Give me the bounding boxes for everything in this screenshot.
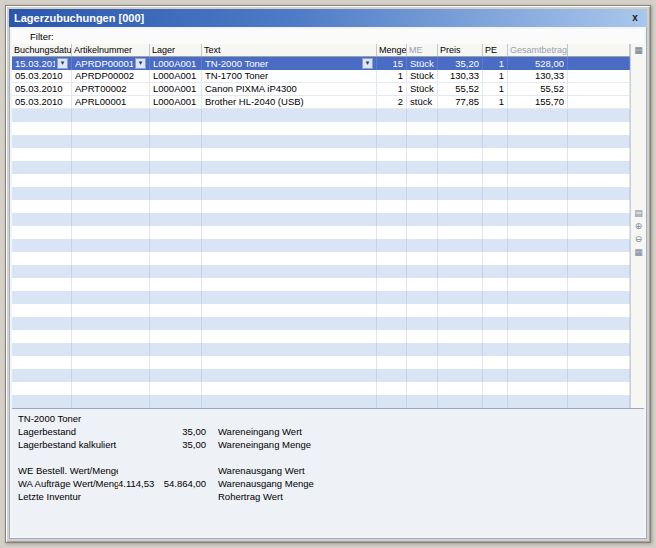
- column-header-lager[interactable]: Lager: [150, 44, 202, 56]
- cell-lager: L000A001: [153, 83, 198, 95]
- empty-row: [12, 382, 630, 395]
- summary-value-2: 54.864,00: [154, 477, 206, 490]
- summary-value-1: [118, 438, 154, 451]
- cell-gesamtbetrag: 130,33: [511, 70, 564, 82]
- summary-row: WA Aufträge Wert/Menge4.114,5354.864,00W…: [18, 477, 644, 490]
- stock-bookings-grid: BuchungsdatumArtikelnummerLagerTextMenge…: [12, 44, 646, 408]
- summary-label: WE Bestell. Wert/Menge: [18, 464, 118, 477]
- cell-me: Stück: [410, 58, 434, 70]
- cell-lager: L000A001: [153, 96, 198, 108]
- summary-row: [18, 451, 644, 464]
- cell-menge: 2: [380, 96, 403, 108]
- summary-gap: [206, 425, 218, 438]
- cell-pe: 1: [486, 70, 504, 82]
- summary-value-2: [154, 451, 206, 464]
- column-header-gesamtbetrag[interactable]: Gesamtbetrag: [508, 44, 568, 56]
- summary-rows: Lagerbestand35,00Wareneingang WertLagerb…: [18, 425, 644, 503]
- summary-value-2: [154, 490, 206, 503]
- cell-preis: 77,85: [441, 96, 479, 108]
- scrollbar-track[interactable]: ▦ ▤⊕⊖▦: [630, 44, 646, 408]
- column-header-me[interactable]: ME: [407, 44, 438, 56]
- empty-row: [12, 187, 630, 200]
- table-options-icon[interactable]: ▦: [634, 44, 643, 57]
- empty-row: [12, 161, 630, 174]
- grid-icon[interactable]: ▦: [632, 246, 646, 259]
- summary-row: WE Bestell. Wert/MengeWarenausgang Wert: [18, 464, 644, 477]
- table-row[interactable]: 05.03.2010APRDP00002L000A001TN-1700 Tone…: [12, 70, 630, 83]
- side-toolbar: ▤⊕⊖▦: [632, 207, 646, 259]
- cell-buchungsdatum: 05.03.2010: [15, 83, 68, 95]
- dropdown-arrow-icon[interactable]: ▼: [135, 58, 146, 69]
- table-row[interactable]: 15.03.2010▼APRDP00001▼L000A001TN-2000 To…: [12, 57, 630, 70]
- column-header-filler[interactable]: [568, 44, 630, 56]
- list-icon[interactable]: ▤: [632, 207, 646, 220]
- zoom-in-icon[interactable]: ⊕: [632, 220, 646, 233]
- cell-artikelnummer: APRT00002: [75, 83, 146, 95]
- empty-row: [12, 265, 630, 278]
- empty-row: [12, 317, 630, 330]
- zoom-out-icon[interactable]: ⊖: [632, 233, 646, 246]
- dropdown-arrow-icon[interactable]: ▼: [362, 58, 373, 69]
- cell-menge: 1: [380, 83, 403, 95]
- empty-row: [12, 122, 630, 135]
- table-row[interactable]: 05.03.2010APRL00001L000A001Brother HL-20…: [12, 96, 630, 109]
- table-row[interactable]: 05.03.2010APRT00002L000A001Canon PIXMA i…: [12, 83, 630, 96]
- cell-buchungsdatum: 15.03.2010: [15, 58, 55, 70]
- empty-row: [12, 109, 630, 122]
- summary-article-title: TN-2000 Toner: [18, 412, 644, 425]
- grid-body: 15.03.2010▼APRDP00001▼L000A001TN-2000 To…: [12, 57, 630, 408]
- dropdown-arrow-icon[interactable]: ▼: [57, 58, 68, 69]
- empty-row: [12, 395, 630, 408]
- empty-row: [12, 135, 630, 148]
- summary-right-label: Wareneingang Wert: [218, 425, 644, 438]
- summary-row: Lagerbestand35,00Wareneingang Wert: [18, 425, 644, 438]
- summary-value-1: [118, 490, 154, 503]
- column-header-pe[interactable]: PE: [483, 44, 508, 56]
- empty-row: [12, 148, 630, 161]
- cell-me: Stück: [410, 83, 434, 95]
- summary-gap: [206, 464, 218, 477]
- column-header-artikelnummer[interactable]: Artikelnummer: [72, 44, 150, 56]
- summary-row: Letzte InventurRohertrag Wert: [18, 490, 644, 503]
- empty-row: [12, 200, 630, 213]
- cell-pe: 1: [486, 83, 504, 95]
- summary-row: Lagerbestand kalkuliert35,00Wareneingang…: [18, 438, 644, 451]
- window-title: Lagerzubuchungen [000]: [14, 12, 628, 24]
- cell-preis: 130,33: [441, 70, 479, 82]
- cell-pe: 1: [486, 96, 504, 108]
- close-icon[interactable]: x: [628, 12, 642, 25]
- column-header-text[interactable]: Text: [202, 44, 377, 56]
- cell-text: TN-2000 Toner: [205, 58, 360, 70]
- summary-label: Lagerbestand kalkuliert: [18, 438, 118, 451]
- summary-value-1: 4.114,53: [118, 477, 154, 490]
- column-header-buchungsdatum[interactable]: Buchungsdatum: [12, 44, 72, 56]
- summary-label: WA Aufträge Wert/Menge: [18, 477, 118, 490]
- title-bar[interactable]: Lagerzubuchungen [000] x: [9, 9, 647, 27]
- cell-menge: 1: [380, 70, 403, 82]
- summary-gap: [206, 477, 218, 490]
- cell-preis: 55,52: [441, 83, 479, 95]
- column-header-preis[interactable]: Preis: [438, 44, 483, 56]
- cell-buchungsdatum: 05.03.2010: [15, 96, 68, 108]
- cell-gesamtbetrag: 155,70: [511, 96, 564, 108]
- cell-me: stück: [410, 96, 434, 108]
- column-header-menge[interactable]: Menge: [377, 44, 407, 56]
- filter-bar[interactable]: Filter:: [12, 29, 644, 44]
- filter-label: Filter:: [30, 31, 54, 42]
- summary-label: [18, 451, 118, 464]
- cell-artikelnummer: APRDP00001: [75, 58, 133, 70]
- summary-value-2: [154, 464, 206, 477]
- summary-right-label: [218, 451, 644, 464]
- empty-row: [12, 369, 630, 382]
- summary-right-label: Wareneingang Menge: [218, 438, 644, 451]
- cell-artikelnummer: APRL00001: [75, 96, 146, 108]
- empty-row: [12, 213, 630, 226]
- empty-row: [12, 278, 630, 291]
- cell-lager: L000A001: [153, 58, 198, 70]
- window-content: Filter: BuchungsdatumArtikelnummerLagerT…: [9, 27, 647, 539]
- summary-value-2: 35,00: [154, 438, 206, 451]
- summary-panel: TN-2000 Toner Lagerbestand35,00Wareneing…: [12, 408, 644, 536]
- empty-row: [12, 343, 630, 356]
- summary-gap: [206, 451, 218, 464]
- empty-row: [12, 174, 630, 187]
